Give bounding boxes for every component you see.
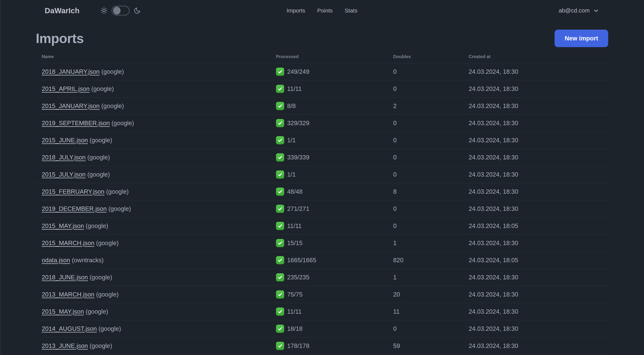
processed-count: 11/11: [287, 222, 302, 230]
processed-count: 48/48: [287, 188, 302, 195]
green-check-icon: [276, 102, 284, 110]
import-source: (google): [101, 68, 124, 75]
created-at: 24.03.2024, 18:30: [463, 269, 608, 286]
user-menu[interactable]: ab@cd.com: [559, 7, 599, 14]
processed-count: 18/18: [287, 325, 302, 332]
table-header-row: Name Processed Doubles Created at: [36, 49, 608, 63]
created-at: 24.03.2024, 18:30: [463, 97, 608, 115]
import-source: (google): [88, 154, 110, 161]
import-file-link[interactable]: 2015_JANUARY.json: [42, 102, 100, 109]
import-file-link[interactable]: 2014_AUGUST.json: [42, 325, 97, 332]
created-at: 24.03.2024, 18:30: [463, 286, 608, 303]
doubles-count: 0: [387, 166, 463, 183]
doubles-count: 11: [387, 303, 463, 320]
processed-count: 249/249: [287, 68, 309, 75]
import-file-link[interactable]: 2019_DECEMBER.json: [42, 205, 107, 212]
import-file-link[interactable]: 2013_MARCH.json: [42, 291, 94, 298]
import-file-link[interactable]: 2015_JUNE.json: [42, 137, 88, 144]
doubles-count: 820: [387, 252, 463, 269]
import-file-link[interactable]: 2018_JUNE.json: [42, 274, 88, 281]
table-row: odata.json (owntracks) 1665/1665 820 24.…: [36, 252, 608, 269]
import-source: (google): [108, 205, 131, 212]
import-file-link[interactable]: 2015_JULY.json: [42, 171, 86, 178]
created-at: 24.03.2024, 18:30: [463, 80, 608, 97]
green-check-icon: [276, 188, 284, 196]
table-row: 2013_JUNE.json (google) 178/178 59 24.03…: [36, 337, 608, 355]
table-row: 2015_MAY.json (google) 11/11 0 24.03.202…: [36, 217, 608, 235]
table-row: 2018_JULY.json (google) 339/339 0 24.03.…: [36, 149, 608, 166]
nav-link-points[interactable]: Points: [317, 7, 332, 14]
processed-count: 15/15: [287, 240, 302, 247]
import-file-link[interactable]: 2018_JANUARY.json: [42, 68, 100, 75]
table-row: 2018_JANUARY.json (google) 249/249 0 24.…: [36, 63, 608, 80]
green-check-icon: [276, 85, 284, 93]
column-header-processed: Processed: [270, 49, 387, 63]
import-file-link[interactable]: odata.json: [42, 257, 70, 264]
green-check-icon: [276, 308, 284, 316]
column-header-name: Name: [36, 49, 270, 63]
doubles-count: 0: [387, 200, 463, 217]
created-at: 24.03.2024, 18:30: [463, 115, 608, 132]
created-at: 24.03.2024, 18:30: [463, 337, 608, 355]
green-check-icon: [276, 153, 284, 161]
green-check-icon: [276, 119, 284, 127]
import-file-link[interactable]: 2015_MAY.json: [42, 222, 84, 229]
moon-icon: [134, 7, 141, 14]
import-source: (google): [112, 120, 134, 126]
green-check-icon: [276, 239, 284, 247]
nav-link-stats[interactable]: Stats: [345, 7, 358, 14]
column-header-created-at: Created at: [463, 49, 608, 63]
created-at: 24.03.2024, 18:30: [463, 149, 608, 166]
doubles-count: 0: [387, 217, 463, 235]
created-at: 24.03.2024, 18:30: [463, 63, 608, 80]
import-file-link[interactable]: 2015_MARCH.json: [42, 240, 94, 246]
processed-count: 235/235: [287, 274, 309, 281]
green-check-icon: [276, 290, 284, 299]
import-file-link[interactable]: 2018_JULY.json: [42, 154, 86, 161]
app-logo[interactable]: DaWarIch: [45, 6, 80, 15]
doubles-count: 0: [387, 80, 463, 97]
doubles-count: 0: [387, 115, 463, 132]
table-row: 2014_AUGUST.json (google) 18/18 0 24.03.…: [36, 320, 608, 337]
doubles-count: 0: [387, 63, 463, 80]
created-at: 24.03.2024, 18:30: [463, 200, 608, 217]
chevron-down-icon: [593, 7, 599, 14]
navbar: DaWarIch Imports Points Stats ab@cd.com: [0, 0, 644, 21]
import-file-link[interactable]: 2019_SEPTEMBER.json: [42, 120, 110, 126]
processed-count: 8/8: [287, 102, 296, 109]
processed-count: 1665/1665: [287, 257, 316, 264]
table-row: 2015_JANUARY.json (google) 8/8 2 24.03.2…: [36, 97, 608, 115]
theme-toggle: [100, 6, 141, 15]
table-row: 2015_JULY.json (google) 1/1 0 24.03.2024…: [36, 166, 608, 183]
import-source: (google): [98, 325, 121, 332]
sun-icon: [100, 7, 108, 14]
green-check-icon: [276, 325, 284, 333]
created-at: 24.03.2024, 18:30: [463, 320, 608, 337]
nav-link-imports[interactable]: Imports: [286, 7, 305, 14]
import-file-link[interactable]: 2015_APRIL.json: [42, 85, 90, 92]
processed-count: 75/75: [287, 291, 302, 298]
import-file-link[interactable]: 2015_FEBRUARY.json: [42, 188, 104, 195]
green-check-icon: [276, 256, 284, 264]
processed-count: 1/1: [287, 171, 296, 178]
import-source: (google): [90, 274, 112, 281]
table-row: 2015_MAY.json (google) 11/11 11 24.03.20…: [36, 303, 608, 320]
table-row: 2018_JUNE.json (google) 235/235 1 24.03.…: [36, 269, 608, 286]
user-email: ab@cd.com: [559, 7, 590, 14]
import-source: (google): [90, 342, 112, 349]
main-content: Imports New import Name Processed Double…: [0, 29, 644, 355]
processed-count: 11/11: [287, 308, 302, 315]
table-row: 2015_JUNE.json (google) 1/1 0 24.03.2024…: [36, 132, 608, 149]
import-file-link[interactable]: 2013_JUNE.json: [42, 342, 88, 349]
table-row: 2019_SEPTEMBER.json (google) 329/329 0 2…: [36, 115, 608, 132]
table-row: 2015_MARCH.json (google) 15/15 1 24.03.2…: [36, 235, 608, 252]
new-import-button[interactable]: New import: [554, 30, 608, 47]
page-title: Imports: [36, 31, 84, 46]
doubles-count: 0: [387, 320, 463, 337]
import-file-link[interactable]: 2015_MAY.json: [42, 308, 84, 315]
theme-toggle-switch[interactable]: [112, 6, 130, 15]
created-at: 24.03.2024, 18:05: [463, 217, 608, 235]
import-source: (google): [106, 188, 129, 195]
import-source: (google): [101, 102, 124, 109]
import-source: (google): [90, 137, 112, 144]
